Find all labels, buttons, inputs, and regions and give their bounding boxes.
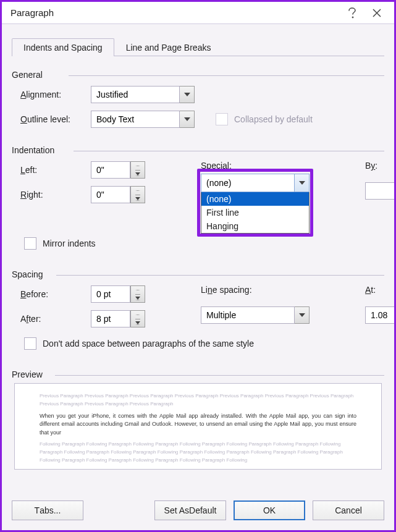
spin-up[interactable] (135, 311, 140, 319)
section-preview: Preview Previous Paragraph Previous Para… (12, 369, 384, 470)
preview-ghost-before: Previous Paragraph Previous Paragraph Pr… (40, 392, 356, 408)
tabs-button[interactable]: Tabs... (12, 500, 83, 520)
by-label: By: (365, 158, 396, 174)
dialog-title: Paragraph (11, 7, 340, 18)
tab-line-page-breaks[interactable]: Line and Page Breaks (114, 38, 223, 56)
chevron-up-icon (135, 315, 140, 315)
special-value: (none) (201, 174, 294, 192)
outline-level-dropdown-button[interactable] (180, 111, 195, 128)
alignment-value: Justified (91, 86, 180, 103)
by-spinner[interactable] (365, 182, 396, 200)
spin-up[interactable] (135, 187, 140, 195)
special-option-hanging[interactable]: Hanging (201, 219, 309, 233)
chevron-down-icon (184, 117, 190, 121)
dont-add-space-checkbox[interactable] (24, 337, 36, 350)
set-as-default-button[interactable]: Set As Default (154, 500, 226, 520)
spin-up[interactable] (135, 162, 140, 171)
after-label: After: (20, 314, 91, 324)
special-option-first-line[interactable]: First line (201, 206, 309, 219)
left-indent-spinner[interactable]: 0" (91, 161, 145, 179)
section-spacing: Spacing Before: 0 pt After: 8 pt (12, 269, 384, 356)
cancel-button[interactable]: Cancel (313, 500, 384, 520)
alignment-combo[interactable]: Justified (91, 86, 195, 103)
dialog-body: Indents and Spacing Line and Page Breaks… (2, 24, 394, 530)
chevron-down-icon (135, 297, 140, 300)
mirror-indents-label: Mirror indents (43, 239, 96, 248)
svg-point-0 (352, 17, 353, 18)
mirror-indents-checkbox[interactable] (24, 237, 36, 250)
section-general: General Alignment: Justified Outline lev… (12, 70, 384, 132)
button-row: Tabs... Set As Default OK Cancel (12, 491, 384, 520)
before-spinner[interactable]: 0 pt (91, 285, 145, 303)
at-label: At: (365, 282, 396, 298)
spin-up[interactable] (135, 286, 140, 295)
chevron-down-icon (299, 313, 305, 317)
tab-indents-spacing[interactable]: Indents and Spacing (12, 38, 114, 56)
alignment-label: Alignment: (20, 90, 91, 99)
outline-level-label: Outline level: (20, 114, 91, 124)
preview-box: Previous Paragraph Previous Paragraph Pr… (14, 383, 382, 470)
section-indentation: Indentation Left: 0" Right: 0" (12, 145, 384, 256)
special-option-none[interactable]: (none) (201, 192, 309, 206)
after-value: 8 pt (91, 310, 130, 327)
at-spinner[interactable]: 1.08 (365, 306, 396, 324)
before-value: 0 pt (91, 285, 130, 303)
left-indent-value: 0" (91, 161, 130, 179)
chevron-up-icon (135, 166, 140, 166)
spin-down[interactable] (135, 171, 140, 179)
line-spacing-dropdown-button[interactable] (295, 306, 310, 324)
chevron-up-icon (135, 190, 140, 191)
outline-level-value: Body Text (91, 111, 180, 128)
tab-label: Line and Page Breaks (126, 43, 211, 53)
line-spacing-label: Line spacing: (201, 282, 310, 298)
tab-label: Indents and Spacing (23, 43, 103, 53)
left-indent-label: Left: (20, 165, 91, 175)
tab-bar: Indents and Spacing Line and Page Breaks (12, 35, 384, 56)
right-indent-label: Right: (20, 190, 91, 200)
after-spinner[interactable]: 8 pt (91, 310, 145, 327)
close-button[interactable] (364, 2, 389, 24)
at-value: 1.08 (365, 306, 396, 324)
line-spacing-combo[interactable]: Multiple (201, 306, 310, 324)
special-combo[interactable]: (none) (201, 174, 310, 192)
spin-down[interactable] (135, 319, 140, 327)
collapsed-label: Collapsed by default (234, 114, 313, 124)
special-dropdown-list: (none) First line Hanging (201, 192, 310, 234)
ok-button[interactable]: OK (234, 500, 305, 520)
preview-body-text: When you get your iPhone, it comes with … (40, 412, 356, 437)
outline-level-combo[interactable]: Body Text (91, 111, 195, 128)
spin-down[interactable] (135, 295, 140, 303)
spin-down[interactable] (135, 195, 140, 203)
by-value (365, 182, 396, 200)
special-dropdown-button[interactable] (294, 174, 309, 192)
special-label: Special: (201, 158, 310, 174)
chevron-down-icon (135, 321, 140, 325)
dont-add-space-label: Don't add space between paragraphs of th… (43, 339, 254, 348)
chevron-down-icon (135, 172, 140, 176)
chevron-up-icon (135, 290, 140, 290)
collapsed-checkbox (216, 113, 228, 125)
chevron-down-icon (184, 93, 190, 96)
right-indent-value: 0" (91, 186, 130, 203)
titlebar: Paragraph (2, 2, 394, 24)
chevron-down-icon (135, 197, 140, 201)
line-spacing-value: Multiple (201, 306, 295, 324)
chevron-down-icon (299, 181, 305, 185)
alignment-dropdown-button[interactable] (180, 86, 195, 103)
help-button[interactable] (340, 2, 364, 24)
before-label: Before: (20, 289, 91, 299)
right-indent-spinner[interactable]: 0" (91, 186, 145, 203)
preview-ghost-after: Following Paragraph Following Paragraph … (40, 441, 356, 464)
